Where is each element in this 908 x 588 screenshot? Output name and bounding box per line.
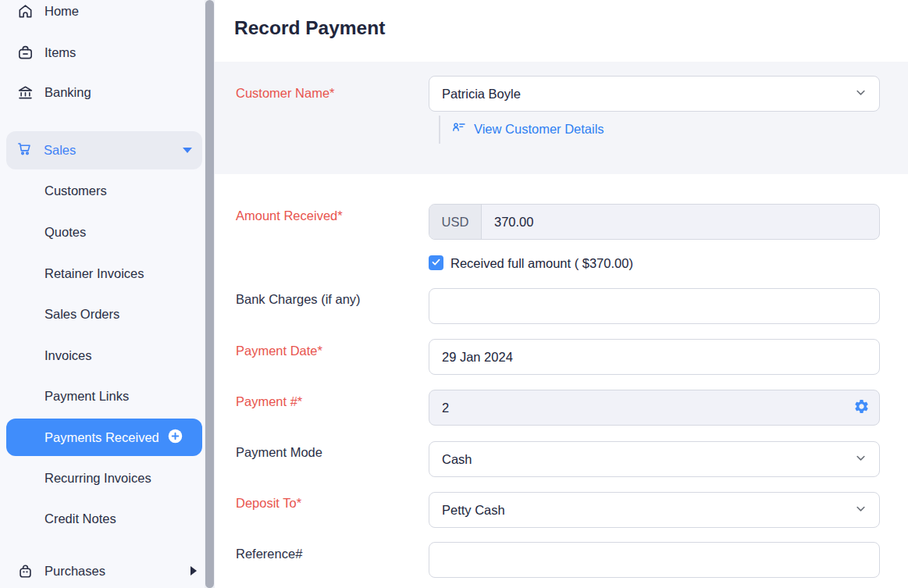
payment-number-label: Payment #* — [236, 394, 302, 409]
sidebar: Home Items Ban — [0, 0, 205, 588]
payment-number-input-group — [429, 390, 880, 426]
payment-number-input[interactable] — [429, 390, 853, 425]
customer-name-select[interactable]: Patricia Boyle — [429, 76, 880, 112]
cart-icon — [16, 140, 34, 161]
sidebar-item-home[interactable]: Home — [16, 0, 79, 27]
page-title: Record Payment — [234, 17, 385, 39]
sidebar-item-label: Quotes — [45, 225, 86, 240]
sidebar-item-invoices[interactable]: Invoices — [45, 340, 92, 371]
chevron-down-icon — [853, 85, 868, 103]
chevron-down-icon — [853, 451, 868, 469]
sidebar-item-sales-orders[interactable]: Sales Orders — [45, 298, 119, 330]
sidebar-item-label: Sales Orders — [45, 307, 119, 322]
payment-date-input[interactable] — [429, 339, 880, 375]
sidebar-item-label: Credit Notes — [45, 511, 116, 526]
deposit-to-value: Petty Cash — [442, 503, 853, 518]
plus-circle-icon[interactable] — [167, 428, 183, 447]
sidebar-item-banking[interactable]: Banking — [16, 77, 91, 108]
banking-icon — [16, 84, 34, 102]
sidebar-item-label: Invoices — [45, 348, 92, 363]
sidebar-scrollbar[interactable] — [205, 0, 215, 588]
view-customer-details-link[interactable]: View Customer Details — [451, 117, 604, 141]
sidebar-item-quotes[interactable]: Quotes — [45, 216, 86, 248]
scrollbar-thumb[interactable] — [205, 0, 214, 588]
sidebar-item-label: Sales — [44, 143, 76, 158]
sidebar-item-customers[interactable]: Customers — [45, 175, 107, 206]
currency-prefix: USD — [429, 205, 482, 239]
sidebar-item-items[interactable]: Items — [16, 37, 76, 68]
sidebar-item-label: Retainer Invoices — [45, 266, 144, 281]
checkmark-icon — [431, 256, 441, 270]
sidebar-item-payments-received[interactable]: Payments Received — [6, 419, 202, 456]
sidebar-item-label: Recurring Invoices — [45, 471, 151, 486]
sidebar-item-sales[interactable]: Sales — [6, 131, 202, 169]
sidebar-item-credit-notes[interactable]: Credit Notes — [45, 503, 116, 534]
bag-icon — [16, 562, 34, 580]
reference-input[interactable] — [429, 542, 880, 578]
reference-label: Reference# — [236, 546, 302, 561]
deposit-to-label: Deposit To* — [236, 495, 301, 511]
received-full-amount-checkbox[interactable] — [429, 255, 443, 270]
customer-details-icon — [451, 119, 467, 138]
sidebar-item-label: Items — [45, 45, 76, 60]
sidebar-item-purchases[interactable]: Purchases — [16, 555, 197, 586]
payment-mode-value: Cash — [442, 452, 853, 467]
sidebar-item-label: Payments Received — [45, 430, 159, 445]
amount-received-label: Amount Received* — [236, 208, 343, 223]
chevron-down-icon — [183, 148, 192, 153]
bank-charges-input[interactable] — [429, 288, 880, 324]
bank-charges-label: Bank Charges (if any) — [236, 291, 361, 307]
record-payment-form: Record Payment Customer Name* Patricia B… — [215, 0, 908, 588]
sidebar-item-label: Banking — [45, 85, 91, 100]
sidebar-item-label: Purchases — [45, 564, 105, 579]
deposit-to-select[interactable]: Petty Cash — [429, 492, 880, 528]
amount-received-input-group: USD — [429, 204, 880, 240]
customer-name-value: Patricia Boyle — [442, 87, 853, 102]
view-customer-details-label: View Customer Details — [474, 122, 604, 137]
payment-mode-select[interactable]: Cash — [429, 441, 880, 477]
sidebar-item-label: Payment Links — [45, 389, 129, 404]
items-icon — [16, 44, 34, 62]
payment-mode-label: Payment Mode — [236, 444, 322, 460]
sidebar-item-label: Home — [45, 4, 79, 19]
chevron-down-icon — [853, 501, 868, 519]
received-full-amount-label[interactable]: Received full amount ( $370.00) — [450, 256, 633, 271]
app-window: Home Items Ban — [0, 0, 908, 588]
gear-icon[interactable] — [853, 398, 870, 418]
sidebar-item-recurring-invoices[interactable]: Recurring Invoices — [45, 462, 151, 494]
payment-date-label: Payment Date* — [236, 343, 322, 358]
home-icon — [16, 2, 34, 20]
amount-received-input[interactable] — [482, 205, 879, 239]
sidebar-item-retainer-invoices[interactable]: Retainer Invoices — [45, 258, 144, 289]
customer-name-label: Customer Name* — [236, 85, 335, 101]
chevron-right-icon — [191, 566, 197, 576]
sidebar-item-payment-links[interactable]: Payment Links — [45, 380, 129, 412]
sidebar-item-label: Customers — [45, 184, 107, 198]
divider — [439, 116, 440, 144]
